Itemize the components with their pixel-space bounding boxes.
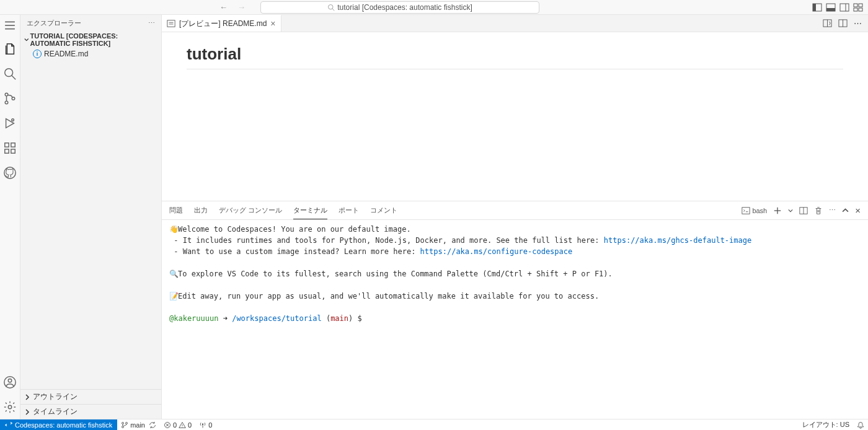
editor-content: tutorial: [162, 32, 868, 201]
close-icon[interactable]: ×: [270, 19, 275, 29]
editor-area: [プレビュー] README.md × ⋯ tutorial 問題 出力 デバッ…: [162, 15, 868, 419]
tab-debug-console[interactable]: デバッグ コンソール: [219, 202, 282, 219]
menu-icon[interactable]: [4, 20, 16, 31]
svg-point-20: [12, 119, 14, 121]
customize-layout-icon[interactable]: [853, 2, 863, 12]
close-panel-icon[interactable]: ×: [855, 205, 861, 216]
svg-point-27: [8, 379, 12, 383]
problems-indicator[interactable]: 0 0: [160, 419, 195, 430]
activity-bar: [0, 15, 20, 419]
sidebar-more-icon[interactable]: ⋯: [148, 19, 155, 27]
timeline-label: タイムライン: [33, 406, 78, 417]
tab-output[interactable]: 出力: [194, 202, 208, 219]
tab-terminal[interactable]: ターミナル: [293, 202, 327, 219]
status-bar: Codespaces: automatic fishstick main 0 0…: [0, 419, 868, 430]
layout-sidebar-left-icon[interactable]: [812, 2, 822, 12]
branch-indicator[interactable]: main: [117, 419, 160, 430]
ports-indicator[interactable]: 0: [195, 419, 216, 430]
tab-readme-preview[interactable]: [プレビュー] README.md ×: [162, 15, 281, 32]
svg-point-18: [5, 101, 8, 104]
link-default-image[interactable]: https://aka.ms/ghcs-default-image: [604, 236, 751, 245]
outline-label: アウトライン: [33, 392, 78, 402]
terminal-dropdown-icon[interactable]: [788, 208, 793, 213]
chevron-down-icon: [24, 37, 29, 43]
new-terminal-icon[interactable]: [773, 206, 782, 215]
svg-rect-3: [813, 4, 816, 11]
split-terminal-icon[interactable]: [799, 206, 808, 215]
notifications-indicator[interactable]: [853, 419, 868, 430]
chevron-right-icon: [24, 409, 30, 415]
outline-section[interactable]: アウトライン: [20, 389, 161, 404]
svg-rect-29: [167, 20, 175, 27]
svg-line-1: [333, 9, 335, 11]
panel-tabs: 問題 出力 デバッグ コンソール ターミナル ポート コメント bash ⋯: [162, 201, 868, 220]
titlebar: ← → tutorial [Codespaces: automatic fish…: [0, 0, 868, 15]
split-editor-icon[interactable]: [838, 19, 848, 28]
nav-back-icon[interactable]: ←: [217, 1, 230, 13]
folder-label: TUTORIAL [CODESPACES: AUTOMATIC FISHSTIC…: [30, 32, 158, 47]
terminal-output[interactable]: 👋Welcome to Codespaces! You are on our d…: [162, 220, 868, 419]
svg-point-42: [126, 422, 128, 424]
command-center[interactable]: tutorial [Codespaces: automatic fishstic…: [260, 1, 539, 14]
svg-point-41: [122, 426, 124, 428]
folder-header[interactable]: TUTORIAL [CODESPACES: AUTOMATIC FISHSTIC…: [20, 31, 161, 48]
file-item-readme[interactable]: i README.md: [20, 48, 161, 59]
search-icon[interactable]: [3, 67, 17, 81]
svg-point-0: [329, 4, 334, 9]
tab-bar: [プレビュー] README.md × ⋯: [162, 15, 868, 32]
tab-label: [プレビュー] README.md: [179, 19, 267, 29]
timeline-section[interactable]: タイムライン: [20, 404, 161, 419]
accounts-icon[interactable]: [3, 375, 17, 389]
search-icon: [327, 4, 335, 11]
run-debug-icon[interactable]: [3, 116, 17, 130]
terminal-icon: [742, 206, 750, 215]
kill-terminal-icon[interactable]: [814, 206, 823, 215]
svg-rect-9: [859, 4, 862, 7]
bell-icon: [857, 421, 864, 429]
markdown-heading: tutorial: [187, 45, 843, 69]
layout-indicator[interactable]: レイアウト: US: [799, 419, 853, 430]
source-control-icon[interactable]: [3, 92, 17, 105]
sidebar-title: エクスプローラー: [27, 19, 81, 28]
panel-more-icon[interactable]: ⋯: [829, 206, 836, 214]
file-name: README.md: [44, 50, 88, 58]
wave-emoji: 👋: [169, 224, 178, 235]
link-configure-codespace[interactable]: https://aka.ms/configure-codespace: [420, 247, 573, 256]
svg-rect-35: [742, 207, 750, 214]
prompt-branch: main: [330, 314, 348, 323]
layout-sidebar-right-icon[interactable]: [839, 2, 849, 12]
svg-point-40: [122, 422, 124, 424]
svg-rect-10: [854, 8, 857, 11]
tab-problems[interactable]: 問題: [169, 202, 183, 219]
layout-panel-icon[interactable]: [826, 2, 836, 12]
radio-tower-icon: [199, 421, 206, 429]
explorer-icon[interactable]: [3, 42, 17, 56]
svg-point-19: [12, 97, 15, 100]
sync-icon: [149, 421, 156, 429]
info-file-icon: i: [33, 50, 42, 58]
show-source-icon[interactable]: [823, 19, 832, 28]
tab-more-icon[interactable]: ⋯: [854, 19, 862, 28]
warning-icon: [179, 421, 186, 429]
svg-rect-21: [5, 143, 9, 147]
remote-indicator[interactable]: Codespaces: automatic fishstick: [0, 419, 117, 430]
terminal-shell-label[interactable]: bash: [742, 206, 767, 215]
svg-rect-5: [826, 8, 835, 11]
bottom-panel: 問題 出力 デバッグ コンソール ターミナル ポート コメント bash ⋯: [162, 201, 868, 419]
extensions-icon[interactable]: [3, 141, 17, 155]
svg-point-17: [5, 93, 8, 96]
tab-ports[interactable]: ポート: [339, 202, 359, 219]
magnifier-emoji: 🔍: [169, 268, 178, 279]
tab-comments[interactable]: コメント: [370, 202, 397, 219]
memo-emoji: 📝: [169, 291, 178, 302]
prompt-user: @kakeruuuun: [169, 314, 218, 323]
chevron-up-icon[interactable]: [842, 207, 849, 214]
svg-rect-24: [11, 143, 15, 147]
github-icon[interactable]: [3, 166, 17, 180]
svg-rect-22: [5, 149, 9, 153]
nav-forward-icon[interactable]: →: [235, 1, 248, 13]
svg-point-47: [182, 426, 183, 427]
remote-icon: [5, 421, 12, 429]
settings-gear-icon[interactable]: [3, 400, 17, 414]
chevron-right-icon: [24, 394, 30, 400]
